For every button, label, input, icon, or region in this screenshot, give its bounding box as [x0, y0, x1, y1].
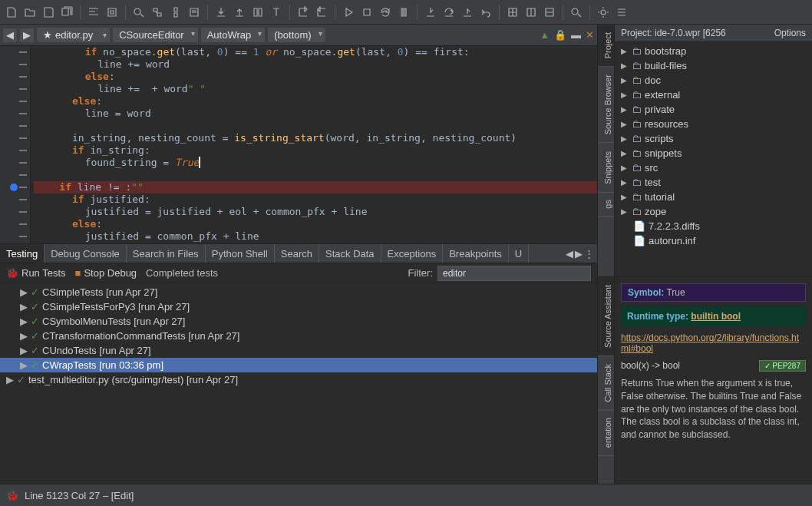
code-line[interactable]	[34, 120, 597, 132]
warning-icon[interactable]: ▲	[540, 29, 550, 41]
code-line[interactable]: line += + word" "	[34, 83, 597, 95]
save-all-icon[interactable]	[58, 4, 75, 21]
class-nav-icon[interactable]	[104, 4, 120, 21]
step-into-icon[interactable]	[422, 4, 439, 21]
expand-icon[interactable]: ▶	[621, 149, 629, 157]
close-icon[interactable]: ✕	[586, 29, 594, 41]
test-row[interactable]: ▶✓CWrapTests [run 03:36 pm]	[0, 358, 597, 372]
file-in-icon[interactable]	[313, 4, 330, 21]
project-folder[interactable]: ▶🗀src	[615, 160, 812, 175]
position-selector[interactable]: (bottom)	[268, 28, 325, 42]
project-folder[interactable]: ▶🗀private	[615, 102, 812, 117]
stop-icon[interactable]	[358, 4, 375, 21]
tab-scroll-right-icon[interactable]: ▶	[575, 248, 583, 260]
code-line[interactable]: if no_space.get(last, 0) == 1 or no_spac…	[34, 46, 597, 58]
minimize-icon[interactable]: ▬	[571, 29, 581, 41]
tab-scroll-left-icon[interactable]: ◀	[566, 248, 573, 260]
file-out-icon[interactable]	[295, 4, 312, 21]
grid1-icon[interactable]	[504, 4, 521, 21]
search-icon[interactable]	[130, 4, 147, 21]
expand-icon[interactable]: ▶	[621, 120, 629, 128]
bottom-tab-python-shell[interactable]: Python Shell	[206, 244, 275, 263]
save-icon[interactable]	[40, 4, 57, 21]
doc-url-link[interactable]: https://docs.python.org/2/library/functi…	[621, 332, 806, 354]
expand-icon[interactable]: ▶	[621, 61, 629, 70]
code-line[interactable]: if justified:	[34, 193, 597, 206]
vtab-gs[interactable]: gs	[598, 192, 614, 217]
code-line[interactable]	[34, 169, 597, 181]
expand-icon[interactable]: ▶	[621, 105, 629, 114]
code-line[interactable]: justified = common_pfx + line	[34, 230, 597, 243]
text-tool-icon[interactable]	[268, 4, 285, 21]
code-line[interactable]: if in_string:	[34, 144, 597, 157]
settings-icon[interactable]	[595, 4, 612, 21]
folder-open-icon[interactable]	[21, 4, 38, 21]
project-folder[interactable]: ▶🗀bootstrap	[615, 44, 812, 58]
stop-debug-button[interactable]: ■ Stop Debug	[75, 267, 137, 279]
code-line[interactable]: in_string, nesting_count = is_string_sta…	[34, 132, 597, 144]
code-line[interactable]: line += word	[34, 58, 597, 71]
test-row[interactable]: ▶✓CUndoTests [run Apr 27]	[0, 343, 597, 358]
expand-icon[interactable]: ▶	[621, 193, 629, 201]
step-return-icon[interactable]	[477, 4, 494, 21]
vtab-project[interactable]: Project	[598, 25, 614, 67]
play-icon[interactable]	[340, 4, 357, 21]
grid2-icon[interactable]	[523, 4, 540, 21]
export-icon[interactable]	[213, 4, 229, 21]
expand-icon[interactable]: ▶	[20, 301, 28, 313]
project-folder[interactable]: ▶🗀snippets	[615, 146, 812, 160]
project-folder[interactable]: ▶🗀resources	[615, 117, 812, 131]
vtab-entation[interactable]: entation	[598, 410, 614, 456]
expand-icon[interactable]: ▶	[20, 286, 28, 298]
expand-icon[interactable]: ▶	[621, 207, 629, 216]
run-tests-button[interactable]: 🐞 Run Tests	[6, 267, 66, 279]
test-row[interactable]: ▶✓CSimpleTests [run Apr 27]	[0, 285, 597, 299]
filter-input[interactable]	[437, 266, 591, 281]
project-folder[interactable]: ▶🗀build-files	[615, 58, 812, 73]
class-selector[interactable]: CSourceEditor	[113, 28, 198, 42]
step-out-icon[interactable]	[459, 4, 476, 21]
code-line[interactable]: else:	[34, 71, 597, 83]
code-line[interactable]: line = word	[34, 107, 597, 120]
expand-icon[interactable]: ▶	[621, 178, 629, 187]
project-folder[interactable]: ▶🗀doc	[615, 73, 812, 88]
project-folder[interactable]: ▶🗀scripts	[615, 131, 812, 146]
code-line[interactable]: justified = justified + eol + common_pfx…	[34, 206, 597, 218]
menu-icon[interactable]	[613, 4, 630, 21]
expand-icon[interactable]: ▶	[20, 359, 28, 371]
project-file[interactable]: 📄7.2.2.3.diffs	[615, 219, 812, 233]
test-file-row[interactable]: ▶✓test_multieditor.py (src/guimgr/test) …	[0, 372, 597, 387]
method-selector[interactable]: AutoWrap	[201, 28, 266, 42]
expand-icon[interactable]: ▶	[621, 76, 629, 84]
project-options-button[interactable]: Options	[774, 28, 806, 38]
runtime-type-link[interactable]: builtin bool	[691, 311, 741, 322]
expand-icon[interactable]: ▶	[20, 330, 28, 342]
project-file[interactable]: 📄autorun.inf	[615, 233, 812, 248]
magnify-icon[interactable]	[568, 4, 585, 21]
vtab-source-browser[interactable]: Source Browser	[598, 67, 614, 143]
vtab-call-stack[interactable]: Call Stack	[598, 356, 614, 411]
bottom-tab-debug-console[interactable]: Debug Console	[45, 244, 127, 263]
python-icon[interactable]	[167, 4, 184, 21]
project-folder[interactable]: ▶🗀test	[615, 175, 812, 190]
breakpoint-icon[interactable]	[10, 184, 18, 191]
expand-icon[interactable]: ▶	[621, 164, 629, 172]
expand-icon[interactable]: ▶	[6, 374, 14, 385]
bottom-tab-exceptions[interactable]: Exceptions	[381, 244, 444, 263]
code-line[interactable]: num_lines += 1	[34, 243, 597, 243]
expand-icon[interactable]: ▶	[20, 316, 28, 327]
bottom-tab-breakpoints[interactable]: Breakpoints	[443, 244, 509, 263]
code-line[interactable]: else:	[34, 218, 597, 230]
test-row[interactable]: ▶✓CTransformationCommandTests [run Apr 2…	[0, 329, 597, 343]
import-icon[interactable]	[231, 4, 248, 21]
file-tab[interactable]: ★ editor.py	[37, 28, 110, 42]
expand-icon[interactable]: ▶	[621, 91, 629, 99]
test-results-tree[interactable]: ▶✓CSimpleTests [run Apr 27]▶✓CSimpleTest…	[0, 283, 597, 484]
bottom-tab-testing[interactable]: Testing	[0, 244, 45, 263]
bottom-tab-stack-data[interactable]: Stack Data	[319, 244, 381, 263]
code-line[interactable]: found_string = True	[34, 157, 597, 169]
nav-back-button[interactable]: ◀	[3, 28, 17, 42]
bottom-tab-search-in-files[interactable]: Search in Files	[127, 244, 206, 263]
code-editor[interactable]: if no_space.get(last, 0) == 1 or no_spac…	[0, 46, 597, 243]
project-folder[interactable]: ▶🗀tutorial	[615, 190, 812, 204]
